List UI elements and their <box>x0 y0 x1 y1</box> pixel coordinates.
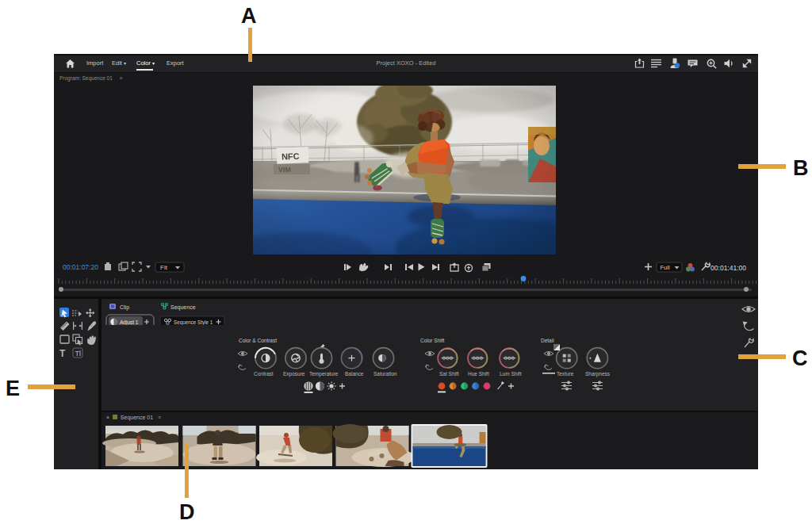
svg-text:Fit: Fit <box>160 264 168 271</box>
svg-text:Color Shift: Color Shift <box>420 338 445 343</box>
svg-text:Balance: Balance <box>345 371 364 377</box>
svg-text:Adjust 1: Adjust 1 <box>120 319 139 326</box>
svg-text:00:01:41:00: 00:01:41:00 <box>710 264 746 272</box>
svg-text:Color & Contrast: Color & Contrast <box>239 338 277 343</box>
svg-text:Sequence Style 1: Sequence Style 1 <box>174 319 213 326</box>
svg-text:Lum Shift: Lum Shift <box>500 371 522 377</box>
svg-text:Detail: Detail <box>541 338 554 343</box>
svg-text:Saturation: Saturation <box>373 371 397 377</box>
svg-text:Temperature: Temperature <box>309 371 339 377</box>
svg-text:Texture: Texture <box>557 371 574 377</box>
svg-text:Contrast: Contrast <box>254 371 274 377</box>
svg-text:Sequence: Sequence <box>170 304 196 311</box>
svg-text:T: T <box>59 348 66 359</box>
svg-text:Sharpness: Sharpness <box>585 371 611 377</box>
svg-text:Hue Shift: Hue Shift <box>468 371 489 377</box>
svg-text:Exposure: Exposure <box>283 371 305 377</box>
svg-text:Sat Shift: Sat Shift <box>439 371 459 377</box>
svg-text:Clip: Clip <box>120 304 129 311</box>
svg-text:T: T <box>75 350 80 358</box>
svg-text:Full: Full <box>661 264 670 271</box>
